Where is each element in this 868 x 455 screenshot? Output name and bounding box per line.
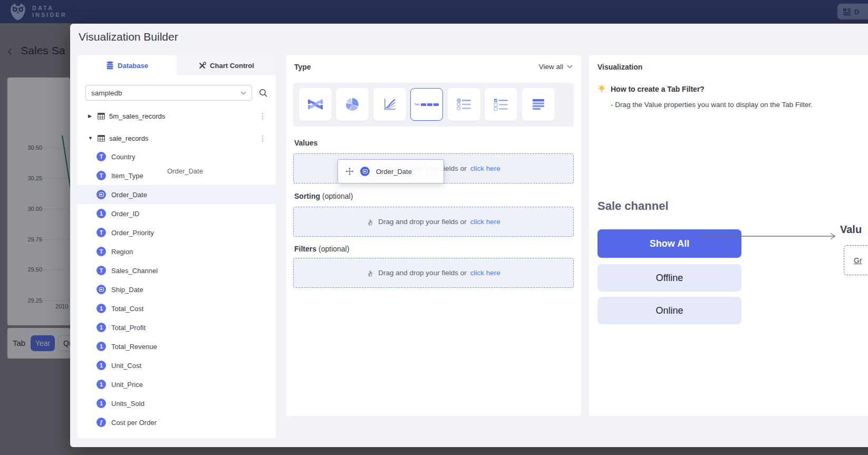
chart-type-sankey[interactable] (299, 88, 332, 121)
hand-pointer-icon (367, 269, 374, 277)
sorting-dropzone[interactable]: Drag and drop your fields or click here (293, 207, 574, 237)
brand-line-2: INSIDER (32, 12, 67, 18)
field-row-unit-cost[interactable]: 1Unit_Cost (78, 356, 276, 375)
sorting-section-label: Sorting(optional) (294, 192, 353, 200)
click-here-link[interactable]: click here (470, 164, 500, 172)
dashboard-nav-button[interactable]: D (837, 4, 868, 20)
drag-chip-order-date[interactable]: Order_Date (337, 159, 444, 183)
number-type-icon: 1 (97, 304, 106, 313)
text-type-icon: T (97, 171, 106, 180)
values-section-label: Values (294, 139, 320, 147)
field-row-units-sold[interactable]: 1Units_Sold (78, 394, 276, 413)
field-row-order-id[interactable]: 1Order_ID (78, 204, 276, 223)
dashboard-grid-icon (843, 8, 851, 16)
number-type-icon: 1 (97, 399, 106, 408)
number-type-icon: 1 (97, 361, 106, 370)
owl-logo-icon (8, 2, 27, 21)
visualization-header: Visualization (597, 63, 642, 71)
annotation-box-label: Gr (854, 256, 862, 265)
data-table-icon (532, 98, 545, 111)
chart-type-line[interactable] (373, 88, 406, 121)
brand-line-1: DATA (32, 5, 54, 11)
field-row-total-revenue[interactable]: 1Total_Revenue (78, 337, 276, 356)
config-panel: Type View all (286, 55, 581, 416)
top-navbar: DATA INSIDER D (0, 0, 868, 23)
filters-section-label: Filters(optional) (294, 245, 349, 253)
field-row-total-cost[interactable]: 1Total_Cost (78, 299, 276, 318)
annotation-arrow (701, 231, 839, 241)
dashboard-nav-label: D (854, 8, 859, 16)
pie-icon (345, 98, 359, 111)
date-type-icon (97, 190, 106, 199)
field-row-unit-price[interactable]: 1Unit_Price (78, 375, 276, 394)
number-type-icon: 1 (97, 323, 106, 332)
field-row-region[interactable]: TRegion (78, 242, 276, 261)
chart-type-checkbox-list[interactable] (485, 88, 517, 121)
text-type-icon: T (97, 266, 106, 275)
caret-right-icon[interactable]: ▶ (88, 113, 93, 119)
date-type-icon (97, 285, 106, 294)
tab-filter-option-online[interactable]: Online (597, 297, 741, 324)
field-row-order-date[interactable]: Order_Date (78, 185, 276, 204)
tip-title: How to create a Tab Filter? (611, 85, 705, 93)
chart-type-strip: Tab (293, 83, 574, 127)
line-chart-icon (383, 98, 397, 111)
chart-type-pie[interactable] (336, 88, 369, 121)
visualization-builder-modal: Visualization Builder Database (70, 24, 868, 447)
text-type-icon: T (97, 152, 106, 161)
modal-title: Visualization Builder (79, 31, 178, 43)
number-type-icon: 1 (97, 342, 106, 351)
caret-down-icon[interactable]: ▼ (88, 135, 93, 141)
table-node-sale-records[interactable]: ▼ sale_records ⋮ (78, 130, 276, 146)
view-all-dropdown[interactable]: View all (539, 63, 573, 71)
tab-database-label: Database (118, 62, 148, 70)
field-list: TCountry TItem_Type Order_Date 1Order_ID… (78, 147, 276, 432)
field-row-order-priority[interactable]: TOrder_Priority (78, 223, 276, 242)
tab-chart-control-label: Chart Control (210, 62, 254, 70)
field-row-sales-channel[interactable]: TSales_Channel (78, 261, 276, 280)
click-here-link[interactable]: click here (470, 218, 500, 226)
text-type-icon: T (97, 247, 106, 256)
search-icon[interactable] (258, 88, 268, 98)
checkbox-list-icon (494, 98, 508, 111)
table-node-5m-sales-records[interactable]: ▶ 5m_sales_records ⋮ (78, 108, 276, 124)
table-icon (98, 113, 105, 120)
table-name: 5m_sales_records (109, 112, 165, 120)
table-icon (98, 135, 105, 142)
table-name: sale_records (109, 134, 148, 142)
field-row-total-profit[interactable]: 1Total_Profit (78, 318, 276, 337)
tab-database[interactable]: Database (78, 55, 177, 75)
kebab-menu-icon[interactable]: ⋮ (259, 112, 266, 120)
number-type-icon: 1 (97, 209, 106, 218)
brand-logo[interactable]: DATA INSIDER (8, 2, 67, 21)
function-type-icon: ƒ (97, 418, 106, 427)
type-section-label: Type (294, 63, 311, 71)
annotation-dashed-box[interactable]: Gr (844, 245, 868, 275)
chart-type-data-table[interactable] (522, 88, 555, 121)
move-icon (345, 167, 354, 176)
view-all-label: View all (539, 63, 563, 71)
radio-list-icon (457, 98, 471, 111)
chart-type-tab-filter[interactable]: Tab (410, 88, 443, 121)
field-row-ship-date[interactable]: Ship_Date (78, 280, 276, 299)
database-select-value: sampledb (91, 89, 122, 97)
tools-icon (198, 62, 206, 70)
filters-dropzone[interactable]: Drag and drop your fields or click here (293, 258, 574, 288)
click-here-link[interactable]: click here (470, 269, 500, 277)
chevron-down-icon (240, 91, 246, 95)
lightbulb-icon (597, 84, 606, 93)
hand-pointer-icon (367, 218, 374, 226)
date-type-icon (360, 167, 370, 176)
field-row-country[interactable]: TCountry (78, 147, 276, 166)
widget-title: Sale channel (597, 199, 669, 213)
number-type-icon: 1 (97, 380, 106, 389)
database-icon (106, 61, 114, 70)
tab-filter-option-offline[interactable]: Offline (597, 264, 741, 292)
tab-chart-control[interactable]: Chart Control (177, 55, 276, 75)
chart-type-radio-list[interactable] (448, 88, 480, 121)
panel-tabs: Database Chart Control (78, 55, 276, 75)
database-select[interactable]: sampledb (85, 85, 252, 101)
chevron-down-icon (567, 65, 573, 69)
kebab-menu-icon[interactable]: ⋮ (259, 134, 266, 142)
field-row-cost-per-order[interactable]: ƒCost per Order (78, 413, 276, 432)
